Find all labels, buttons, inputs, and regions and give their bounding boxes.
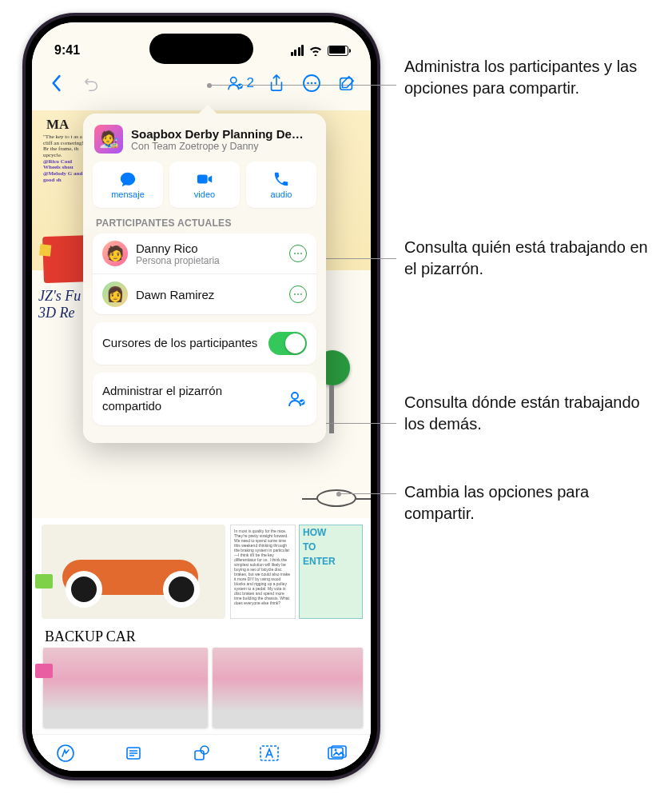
participant-more-icon[interactable]: ⋯: [289, 285, 307, 303]
undo-button[interactable]: [78, 70, 104, 96]
canvas-car-card: [42, 525, 225, 619]
share-button[interactable]: [264, 70, 289, 96]
shapes-button[interactable]: [190, 742, 213, 764]
battery-icon: [328, 46, 348, 56]
more-button[interactable]: [299, 70, 324, 96]
media-button[interactable]: [326, 742, 348, 764]
callout-4: Cambia las opciones para compartir.: [404, 481, 652, 525]
callout-leader: [339, 493, 396, 494]
wifi-icon: [308, 45, 323, 56]
manage-label: Administrar el pizarrón compartido: [102, 384, 280, 414]
cursors-toggle[interactable]: [268, 332, 307, 355]
canvas-image-1: [43, 648, 208, 728]
screen: 9:41 2: [32, 22, 371, 771]
message-label: mensaje: [111, 190, 145, 199]
text-box-button[interactable]: [258, 742, 280, 764]
canvas-heading: MA: [46, 117, 69, 133]
svg-rect-15: [195, 751, 204, 760]
popover-subtitle: Con Team Zoetrope y Danny: [131, 141, 304, 152]
participants-list: 🧑 Danny Rico Persona propietaria ⋯ 👩 Daw…: [93, 233, 316, 314]
collaboration-popover: 🧑‍🎨 Soapbox Derby Planning De… Con Team …: [83, 114, 326, 443]
participant-name: Dawn Ramirez: [136, 288, 214, 301]
participants-section-header: PARTICIPANTES ACTUALES: [93, 217, 316, 233]
participant-row[interactable]: 🧑 Danny Rico Persona propietaria ⋯: [93, 233, 316, 273]
video-button[interactable]: video: [169, 162, 240, 208]
phone-frame: 9:41 2: [22, 13, 380, 780]
audio-button[interactable]: audio: [246, 162, 316, 208]
participant-row[interactable]: 👩 Dawn Ramirez ⋯: [93, 273, 316, 314]
participant-avatar: 🧑: [102, 241, 128, 266]
canvas-text-card: In most is quality for the race. They're…: [230, 525, 296, 619]
compose-button[interactable]: [334, 70, 360, 96]
sticky-note-button[interactable]: [122, 742, 145, 764]
pen-tool-button[interactable]: [54, 742, 77, 764]
video-label: video: [194, 190, 215, 199]
popover-title: Soapbox Derby Planning De…: [131, 127, 304, 141]
dynamic-island: [149, 34, 253, 64]
canvas-backup-title: BACKUP CAR: [45, 628, 136, 645]
svg-point-0: [230, 78, 236, 83]
cursors-label: Cursores de los participantes: [102, 336, 259, 351]
cellular-icon: [291, 45, 304, 56]
collab-count-label: 2: [247, 75, 254, 91]
canvas-sticky-green: [35, 574, 53, 589]
canvas-howto-card: HOW TO ENTER: [299, 525, 363, 619]
svg-rect-7: [197, 175, 208, 184]
canvas-sticky-pink: [35, 664, 53, 678]
status-time: 9:41: [54, 43, 80, 58]
bottom-toolbar: [32, 734, 371, 771]
collaborate-icon: [288, 389, 307, 409]
callout-2: Consulta quién está trabajando en el piz…: [404, 237, 652, 280]
participant-name: Danny Rico: [136, 241, 220, 255]
canvas-image-2: [213, 648, 363, 728]
svg-point-5: [314, 82, 316, 85]
audio-label: audio: [271, 190, 292, 199]
participant-more-icon[interactable]: ⋯: [289, 245, 307, 262]
collaborate-button[interactable]: 2: [227, 74, 254, 92]
svg-point-8: [292, 393, 298, 399]
participant-cursors-row[interactable]: Cursores de los participantes: [93, 322, 316, 365]
message-button[interactable]: mensaje: [93, 162, 163, 208]
canvas-tiny-text: "The key to t as a cliff an cornering! B…: [43, 134, 88, 184]
back-button[interactable]: [43, 70, 69, 96]
participant-avatar: 👩: [102, 281, 128, 307]
svg-point-16: [201, 746, 209, 754]
callout-1: Administra los participantes y las opcio…: [404, 56, 652, 99]
manage-shared-board-row[interactable]: Administrar el pizarrón compartido: [93, 373, 316, 425]
svg-point-20: [334, 748, 336, 751]
board-avatar: 🧑‍🎨: [94, 125, 123, 154]
svg-point-3: [307, 82, 309, 85]
canvas-handwriting: JZ's Fu 3D Re: [38, 288, 81, 321]
callout-leader: [318, 423, 396, 424]
svg-point-4: [311, 82, 313, 85]
participant-role: Persona propietaria: [136, 255, 220, 266]
callout-3: Consulta dónde están trabajando los demá…: [404, 392, 652, 435]
top-toolbar: 2: [32, 67, 371, 99]
